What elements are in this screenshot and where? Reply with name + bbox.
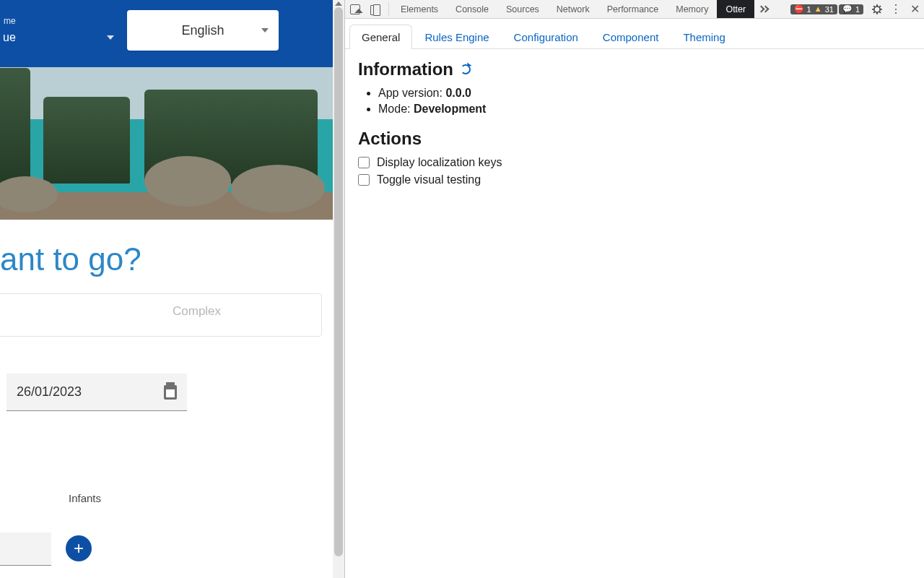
actions-list: Display localization keys Toggle visual … xyxy=(358,156,911,186)
chevron-down-icon xyxy=(107,35,114,40)
toggle-localization-keys-checkbox[interactable] xyxy=(358,157,370,168)
devtools-close-button[interactable]: ✕ xyxy=(905,0,924,18)
error-icon: ⛔ xyxy=(794,5,804,13)
tab-complex[interactable]: Complex xyxy=(173,304,221,319)
app-scrollbar[interactable] xyxy=(333,0,344,578)
mode-row: Mode: Development xyxy=(378,103,911,116)
toggle-localization-keys[interactable]: Display localization keys xyxy=(358,156,911,169)
inspect-element-button[interactable] xyxy=(345,0,365,18)
devtools-panel: Elements Console Sources Network Perform… xyxy=(344,0,924,578)
app-scroll: me ue English ant to go? Complex Infants xyxy=(0,0,344,578)
otter-panel-body: Information App version: 0.0.0 Mode: Dev… xyxy=(345,49,924,201)
device-icon xyxy=(370,4,380,14)
scroll-up-arrow-icon[interactable] xyxy=(335,1,342,6)
return-date-field[interactable] xyxy=(6,374,187,411)
devtools-tab-network[interactable]: Network xyxy=(548,0,598,18)
error-warning-badge[interactable]: ⛔1 ▲31 xyxy=(790,4,837,14)
hero-image xyxy=(0,67,344,220)
devtools-tab-sources[interactable]: Sources xyxy=(497,0,548,18)
device-toolbar-button[interactable] xyxy=(365,0,385,18)
otter-tab-rules-engine[interactable]: Rules Engine xyxy=(412,25,501,49)
app-header: me ue English xyxy=(0,0,344,67)
language-select[interactable]: English xyxy=(127,10,279,51)
otter-tab-general[interactable]: General xyxy=(349,25,412,49)
toggle-visual-testing-checkbox[interactable] xyxy=(358,174,370,186)
theme-select[interactable]: ue xyxy=(0,23,121,52)
info-badge[interactable]: 💬1 xyxy=(839,4,863,14)
information-heading: Information xyxy=(358,59,911,79)
devtools-issue-badges[interactable]: ⛔1 ▲31 💬1 xyxy=(786,0,868,18)
chevrons-right-icon xyxy=(758,4,768,14)
app-version-row: App version: 0.0.0 xyxy=(378,87,911,100)
inspect-icon xyxy=(350,4,360,14)
search-card: Complex Infants + − 0 + xyxy=(0,293,322,337)
devtools-tab-otter[interactable]: Otter xyxy=(717,0,754,18)
otter-tab-theming[interactable]: Theming xyxy=(671,25,737,49)
warning-icon: ▲ xyxy=(814,5,822,13)
calendar-icon[interactable] xyxy=(164,385,177,400)
devtools-tab-elements[interactable]: Elements xyxy=(392,0,447,18)
toggle-visual-testing[interactable]: Toggle visual testing xyxy=(358,173,911,186)
otter-tab-component[interactable]: Component xyxy=(590,25,671,49)
hero-question: ant to go? xyxy=(0,220,344,293)
gear-icon xyxy=(872,4,882,14)
devtools-tab-performance[interactable]: Performance xyxy=(598,0,668,18)
otter-tab-configuration[interactable]: Configuration xyxy=(502,25,590,49)
devtools-toolbar: Elements Console Sources Network Perform… xyxy=(345,0,924,19)
scrollbar-thumb[interactable] xyxy=(334,7,343,556)
language-select-value: English xyxy=(181,23,224,38)
refresh-icon[interactable] xyxy=(461,64,471,74)
devtools-tab-overflow[interactable] xyxy=(754,0,772,18)
chevron-down-icon xyxy=(261,28,269,33)
devtools-tab-console[interactable]: Console xyxy=(447,0,497,18)
close-icon: ✕ xyxy=(910,2,920,16)
infants-label: Infants xyxy=(69,492,101,504)
devtools-menu-button[interactable]: ⋮ xyxy=(886,0,905,18)
info-icon: 💬 xyxy=(842,5,853,13)
actions-heading: Actions xyxy=(358,129,911,149)
infants-stepper: Infants + − 0 + xyxy=(0,522,92,566)
app-viewport: me ue English ant to go? Complex Infants xyxy=(0,0,344,578)
devtools-tab-memory[interactable]: Memory xyxy=(667,0,717,18)
return-date-input[interactable] xyxy=(17,384,164,400)
increase-infants-button[interactable]: + xyxy=(66,535,92,561)
theme-select-value: ue xyxy=(3,31,16,44)
devtools-settings-button[interactable] xyxy=(868,0,886,18)
toolbar-separator xyxy=(388,2,389,16)
otter-tabs: General Rules Engine Configuration Compo… xyxy=(345,19,924,49)
infants-input[interactable]: 0 xyxy=(0,532,51,566)
